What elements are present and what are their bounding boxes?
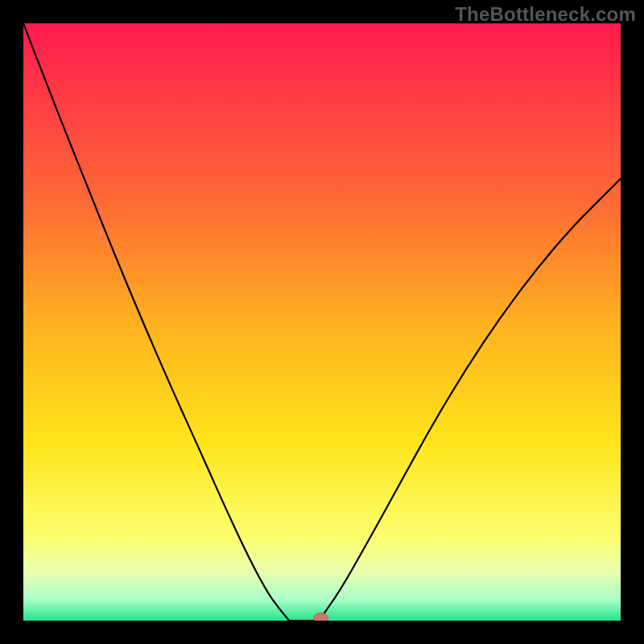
plot-background xyxy=(23,23,621,621)
chart-container: { "watermark": "TheBottleneck.com", "col… xyxy=(0,0,644,644)
bottleneck-chart xyxy=(23,23,621,621)
optimal-point-marker xyxy=(314,613,328,621)
watermark-label: TheBottleneck.com xyxy=(455,3,636,26)
